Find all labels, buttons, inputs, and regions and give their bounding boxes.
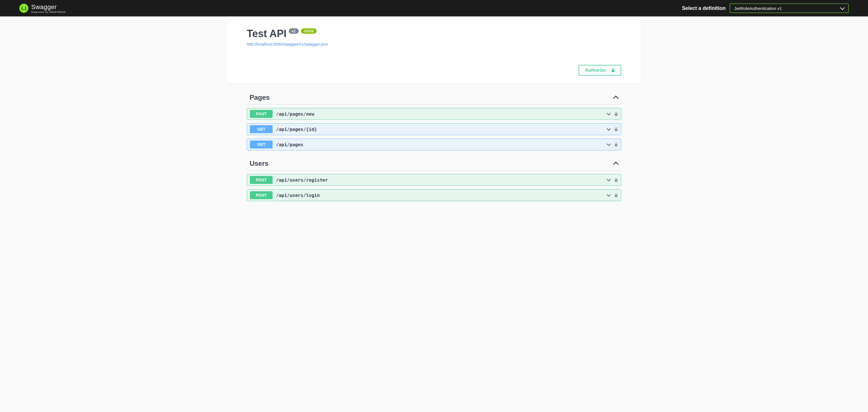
http-method-badge: POST [250, 191, 273, 199]
chevron-down-icon [840, 5, 845, 10]
http-method-badge: GET [250, 125, 273, 133]
logo-main-text: Swagger [31, 3, 65, 11]
swagger-logo-icon: {..} [19, 4, 28, 13]
chevron-up-icon [613, 162, 619, 167]
tag-title: Users [250, 160, 269, 168]
operation-row[interactable]: GET /api/pages [247, 139, 621, 150]
chevron-down-icon [607, 127, 611, 131]
authorize-button[interactable]: Authorize [579, 65, 621, 76]
chevron-down-icon [607, 177, 611, 181]
api-title: Test API [247, 28, 286, 40]
operations-list: Pages POST /api/pages/new GET /api/pages… [227, 84, 641, 212]
logo-sub-text: Supported by SMARTBEAR [31, 11, 65, 13]
lock-icon[interactable] [614, 193, 618, 198]
swagger-logo-text: Swagger Supported by SMARTBEAR [31, 3, 65, 13]
authorize-button-label: Authorize [585, 68, 606, 73]
operation-path: /api/pages/new [276, 111, 607, 117]
http-method-badge: POST [250, 110, 273, 118]
definition-select[interactable]: JwtRoleAuthentication v1 [730, 3, 849, 13]
http-method-badge: POST [250, 176, 273, 184]
operation-path: /api/users/login [276, 193, 607, 198]
lock-icon[interactable] [614, 112, 618, 116]
lock-icon [611, 68, 615, 73]
definition-selected-value: JwtRoleAuthentication v1 [734, 6, 782, 11]
swagger-logo[interactable]: {..} Swagger Supported by SMARTBEAR [19, 3, 65, 13]
chevron-up-icon [613, 96, 619, 101]
definition-select-label: Select a definition [682, 5, 725, 11]
operation-path: /api/pages/{id} [276, 127, 607, 132]
tag-header-pages[interactable]: Pages [247, 90, 621, 105]
lock-icon[interactable] [614, 127, 618, 132]
topbar-right: Select a definition JwtRoleAuthenticatio… [682, 3, 849, 13]
lock-icon[interactable] [614, 178, 618, 182]
chevron-down-icon [607, 193, 611, 197]
operation-row[interactable]: POST /api/pages/new [247, 108, 621, 120]
operation-row[interactable]: GET /api/pages/{id} [247, 123, 621, 135]
api-version-badge: v1 [289, 28, 299, 34]
operation-path: /api/users/register [276, 177, 607, 183]
chevron-down-icon [607, 111, 611, 115]
operation-row[interactable]: POST /api/users/login [247, 189, 621, 201]
operation-path: /api/pages [276, 142, 607, 147]
topbar: {..} Swagger Supported by SMARTBEAR Sele… [0, 0, 868, 16]
spec-url-link[interactable]: http://localhost:5064/swagger/v1/swagger… [247, 42, 328, 46]
tag-header-users[interactable]: Users [247, 156, 621, 171]
api-info-section: Test API v1 OAS3 http://localhost:5064/s… [227, 16, 641, 57]
oas-version-badge: OAS3 [301, 28, 316, 34]
lock-icon[interactable] [614, 142, 618, 147]
operation-row[interactable]: POST /api/users/register [247, 174, 621, 186]
http-method-badge: GET [250, 141, 273, 148]
chevron-down-icon [607, 142, 611, 146]
auth-section: Authorize [227, 57, 641, 84]
tag-title: Pages [250, 94, 270, 101]
